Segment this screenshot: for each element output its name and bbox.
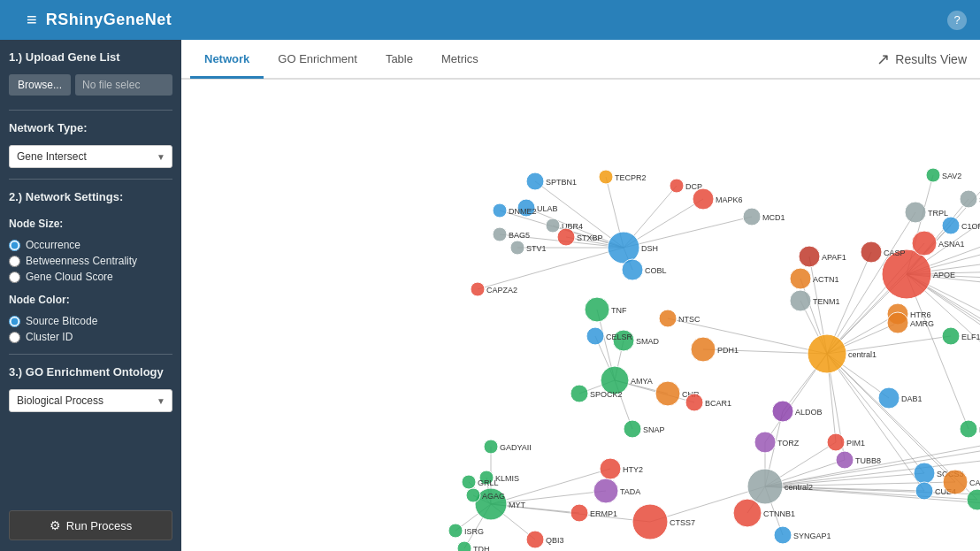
- node-COBL[interactable]: [622, 259, 643, 280]
- results-view-label: Results View: [895, 52, 967, 66]
- node-CHR[interactable]: [655, 381, 680, 406]
- node-MCD1[interactable]: [743, 208, 761, 226]
- node-NTSC[interactable]: [659, 310, 677, 327]
- network-type-select[interactable]: Gene Intersect Co-expression PPI: [9, 145, 172, 168]
- upload-section-title: 1.) Upload Gene List: [9, 50, 172, 64]
- node-CTNNB1[interactable]: [733, 499, 762, 527]
- node-C1ORFX[interactable]: [942, 217, 960, 234]
- node-label-CELSR: CELSR: [606, 333, 633, 341]
- node-SRTBN1[interactable]: [960, 190, 977, 208]
- node-TDH[interactable]: [457, 541, 471, 551]
- node-UBR4[interactable]: [546, 218, 560, 233]
- node-PIM1[interactable]: [827, 433, 845, 451]
- help-button[interactable]: ?: [947, 11, 967, 30]
- node-SYNGAP1[interactable]: [774, 526, 792, 544]
- node-CTSS7[interactable]: [632, 504, 668, 540]
- node-TUBB8[interactable]: [836, 451, 854, 469]
- tabs-list: Network GO Enrichment Table Metrics: [190, 42, 493, 77]
- occurrence-label: Occurrence: [26, 239, 80, 251]
- node-STXBP[interactable]: [557, 228, 575, 246]
- node-DAB1[interactable]: [878, 387, 900, 409]
- node-PDH1[interactable]: [691, 337, 716, 362]
- gear-icon: ⚙: [50, 518, 61, 532]
- node-size-occurrence[interactable]: Occurrence: [9, 239, 172, 251]
- edges-layer: [456, 175, 980, 548]
- node-ISRG[interactable]: [448, 524, 463, 538]
- network-type-label: Network Type:: [9, 121, 172, 134]
- node-CUE4[interactable]: [915, 482, 933, 500]
- node-label-CAPZA2: CAPZA2: [486, 286, 517, 295]
- node-label-QBI3: QBI3: [546, 536, 564, 545]
- node-TRPL[interactable]: [905, 202, 926, 223]
- node-ACTN1[interactable]: [790, 268, 811, 289]
- node-GRLL[interactable]: [462, 475, 476, 489]
- node-size-cloud[interactable]: Gene Cloud Score: [9, 271, 172, 283]
- node-TECPR2[interactable]: [599, 170, 613, 184]
- node-size-radio-group: Occurrence Betweenness Centrality Gene C…: [9, 239, 172, 283]
- node-GADYAII[interactable]: [484, 440, 498, 454]
- node-label-TECPR2: TECPR2: [615, 173, 647, 182]
- node-BAG5[interactable]: [493, 227, 507, 241]
- node-HTY2[interactable]: [600, 458, 621, 479]
- tab-table[interactable]: Table: [371, 42, 427, 79]
- node-CAF[interactable]: [943, 470, 968, 494]
- node-central1[interactable]: [808, 334, 846, 373]
- node-TORZ[interactable]: [754, 432, 776, 453]
- node-TADA[interactable]: [593, 478, 618, 503]
- node-size-betweenness[interactable]: Betweenness Centrality: [9, 255, 172, 267]
- node-label-MCD1: MCD1: [762, 213, 785, 222]
- node-label-STXBP: STXBP: [577, 233, 603, 242]
- node-label-ULAB: ULAB: [537, 204, 558, 213]
- node-label-SAV2: SAV2: [942, 172, 961, 180]
- node-label-central2: central2: [785, 483, 813, 492]
- node-SPOCK2[interactable]: [570, 385, 588, 402]
- results-view-button[interactable]: ↗ Results View: [877, 50, 971, 69]
- go-ontology-select[interactable]: Biological Process Molecular Function Ce…: [9, 389, 172, 412]
- node-color-cluster[interactable]: Cluster ID: [9, 331, 172, 343]
- node-MAPK6[interactable]: [693, 188, 714, 210]
- node-STV1[interactable]: [510, 241, 524, 255]
- node-central2[interactable]: [747, 469, 783, 504]
- node-color-radio-group: Source Bitcode Cluster ID: [9, 315, 172, 343]
- node-ELF1[interactable]: [942, 327, 960, 345]
- node-SNAP[interactable]: [624, 420, 641, 438]
- node-SAV2[interactable]: [926, 168, 940, 182]
- node-BCAR1[interactable]: [685, 394, 703, 411]
- tab-network[interactable]: Network: [190, 42, 264, 79]
- run-label: Run Process: [66, 519, 132, 532]
- node-CASP[interactable]: [861, 241, 882, 263]
- main-content: Network GO Enrichment Table Metrics ↗ Re…: [181, 40, 980, 551]
- node-label-HTR6: HTR6: [910, 310, 931, 319]
- node-DSH[interactable]: [608, 232, 639, 264]
- node-CELSR[interactable]: [586, 327, 604, 345]
- node-AGAG[interactable]: [466, 488, 480, 502]
- node-label-PDH1: PDH1: [717, 346, 739, 355]
- node-ALDOB[interactable]: [772, 401, 793, 422]
- tab-metrics[interactable]: Metrics: [427, 42, 493, 79]
- browse-button[interactable]: Browse...: [9, 74, 71, 96]
- node-SPTBN1[interactable]: [526, 172, 544, 190]
- node-DCP[interactable]: [670, 179, 684, 193]
- node-AMRG[interactable]: [887, 312, 908, 333]
- network-settings-title: 2.) Network Settings:: [9, 190, 172, 203]
- run-process-button[interactable]: ⚙ Run Process: [9, 510, 172, 540]
- node-DNME2[interactable]: [493, 203, 507, 218]
- node-ERMP1[interactable]: [570, 504, 588, 522]
- node-QBI3[interactable]: [526, 531, 544, 548]
- divider-3: [9, 354, 172, 355]
- node-label-AGAG: AGAG: [482, 492, 505, 501]
- hamburger-menu[interactable]: ≡: [27, 10, 37, 30]
- node-label-APOE: APOE: [933, 271, 955, 279]
- node-SOCS3[interactable]: [914, 463, 935, 484]
- node-TENM1[interactable]: [790, 290, 811, 311]
- node-APAF1[interactable]: [799, 246, 820, 267]
- node-ASNA1[interactable]: [912, 231, 937, 256]
- cloud-score-label: Gene Cloud Score: [26, 271, 113, 283]
- node-label-central1: central1: [848, 350, 877, 359]
- node-color-source[interactable]: Source Bitcode: [9, 315, 172, 327]
- node-DACT2[interactable]: [960, 420, 977, 438]
- node-CAPZA2[interactable]: [471, 282, 485, 296]
- node-KITLG[interactable]: [967, 489, 980, 510]
- tab-go-enrichment[interactable]: GO Enrichment: [264, 42, 371, 79]
- node-TNF[interactable]: [585, 297, 609, 322]
